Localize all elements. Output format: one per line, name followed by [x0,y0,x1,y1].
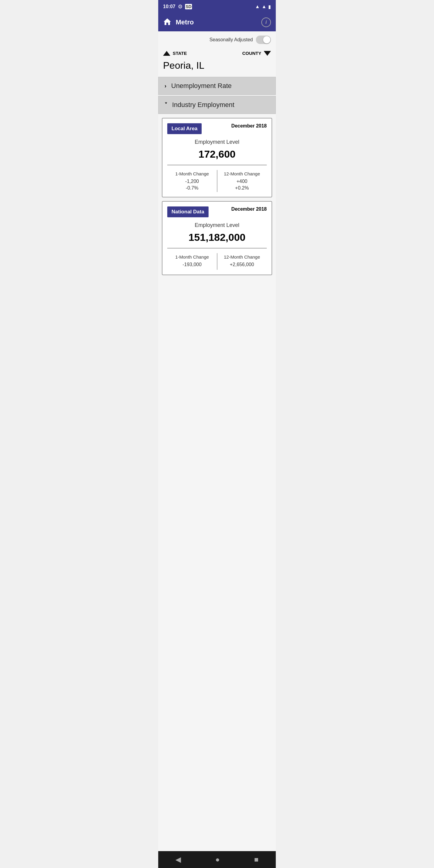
local-area-twelve-month-value: +400 [218,179,266,184]
back-icon: ◀ [176,855,181,864]
local-area-twelve-month-pct: +0.2% [218,185,266,191]
app-bar-title: Metro [176,19,194,26]
seasonally-adjusted-row: Seasonally Adjusted [158,31,276,48]
unemployment-rate-collapse-icon: › [164,83,166,89]
local-area-twelve-month-col: 12-Month Change +400 +0.2% [217,170,267,192]
national-data-employment-value: 151,182,000 [167,231,267,243]
unemployment-rate-label: Unemployment Rate [171,82,232,90]
state-nav-button[interactable]: STATE [163,51,187,56]
national-data-badge: National Data [167,207,209,217]
industry-employment-label: Industry Employment [172,101,235,109]
toggle-knob [263,36,270,43]
local-area-divider [167,165,267,165]
status-time: 10:07 [163,4,176,9]
local-area-one-month-pct: -0.7% [168,185,216,191]
local-area-date: December 2018 [231,123,267,129]
sd-card-icon: SD [185,4,192,9]
local-area-employment-label: Employment Level [167,139,267,145]
info-button[interactable]: i [261,18,271,27]
svg-marker-0 [164,19,171,25]
national-data-one-month-col: 1-Month Change -193,000 [167,253,217,270]
national-data-card-header: National Data December 2018 [167,207,267,217]
state-nav-label: STATE [173,51,187,56]
wifi-icon: ▲ [255,4,260,9]
seasonally-adjusted-toggle[interactable] [256,36,271,44]
seasonally-adjusted-label: Seasonally Adjusted [210,37,253,42]
national-data-twelve-month-value: +2,656,000 [218,262,266,267]
battery-icon: ▮ [268,4,271,10]
local-area-changes: 1-Month Change -1,200 -0.7% 12-Month Cha… [167,170,267,192]
national-data-date: December 2018 [231,207,267,212]
local-area-one-month-col: 1-Month Change -1,200 -0.7% [167,170,217,192]
home-circle-icon: ● [215,855,220,864]
local-area-card-header: Local Area December 2018 [167,123,267,134]
industry-employment-section-header[interactable]: ˅ Industry Employment [158,96,276,114]
signal-icon: ▲ [261,4,267,9]
local-area-card: Local Area December 2018 Employment Leve… [162,118,272,197]
unemployment-rate-section-header[interactable]: › Unemployment Rate [158,77,276,95]
status-bar-left: 10:07 ⚙ SD [163,3,192,10]
navigation-row: STATE COUNTY [158,48,276,57]
location-title: Peoria, IL [158,57,276,76]
bottom-navigation: ◀ ● ■ [158,851,276,868]
county-nav-label: COUNTY [242,51,261,56]
national-data-one-month-value: -193,000 [168,262,216,267]
local-area-one-month-label: 1-Month Change [168,171,216,176]
county-nav-button[interactable]: COUNTY [242,51,271,56]
app-bar: Metro i [158,13,276,31]
status-bar-right: ▲ ▲ ▮ [255,4,271,10]
national-data-changes: 1-Month Change -193,000 12-Month Change … [167,253,267,270]
gear-icon: ⚙ [178,3,183,10]
county-down-arrow-icon [264,51,271,56]
national-data-twelve-month-label: 12-Month Change [218,254,266,259]
recent-apps-icon: ■ [254,855,258,864]
state-up-arrow-icon [163,51,170,56]
app-bar-left: Metro [163,18,194,27]
status-bar: 10:07 ⚙ SD ▲ ▲ ▮ [158,0,276,13]
national-data-one-month-label: 1-Month Change [168,254,216,259]
recent-apps-button[interactable]: ■ [248,853,265,866]
home-button[interactable] [163,18,172,27]
national-data-card: National Data December 2018 Employment L… [162,201,272,275]
cards-container: Local Area December 2018 Employment Leve… [158,115,276,282]
main-content: Seasonally Adjusted STATE COUNTY Peoria,… [158,31,276,851]
local-area-employment-value: 172,600 [167,148,267,160]
back-button[interactable]: ◀ [169,853,187,866]
national-data-twelve-month-col: 12-Month Change +2,656,000 [217,253,267,270]
local-area-badge: Local Area [167,123,202,134]
national-data-employment-label: Employment Level [167,222,267,228]
national-data-divider [167,248,267,248]
local-area-one-month-value: -1,200 [168,179,216,184]
local-area-twelve-month-label: 12-Month Change [218,171,266,176]
home-circle-button[interactable]: ● [209,853,226,866]
home-icon [163,18,172,26]
industry-employment-expand-icon: ˅ [164,101,167,108]
